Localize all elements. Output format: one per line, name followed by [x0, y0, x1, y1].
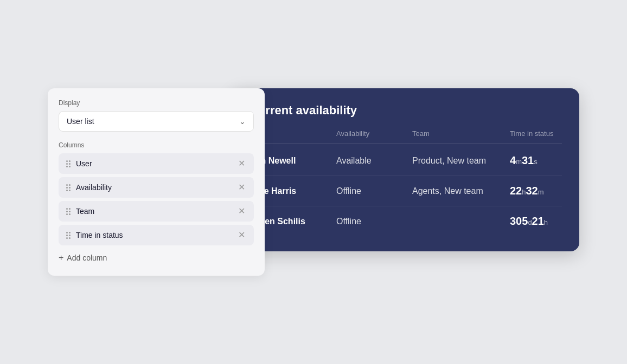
time-unit: h	[544, 218, 548, 226]
time-unit: m	[516, 158, 522, 166]
cell-team: Agents, New team	[412, 186, 510, 196]
drag-handle-icon[interactable]	[66, 184, 71, 191]
header-team: Team	[412, 129, 510, 138]
dropdown-value: User list	[67, 117, 94, 126]
header-availability: Availability	[336, 129, 412, 138]
add-column-button[interactable]: + Add column	[59, 251, 107, 265]
availability-panel: Current availability User Availability T…	[232, 88, 579, 251]
table-row: Mike Harris Offline Agents, New team 22h…	[249, 176, 562, 206]
remove-column-button[interactable]: ✕	[237, 183, 246, 192]
time-value: 32	[526, 185, 538, 197]
cell-time: 22h32m	[510, 185, 580, 197]
remove-column-button[interactable]: ✕	[237, 159, 246, 168]
time-value: 31	[522, 154, 534, 166]
chevron-down-icon: ⌄	[239, 117, 246, 126]
time-value: 21	[532, 215, 544, 227]
display-dropdown[interactable]: User list ⌄	[59, 111, 254, 132]
cell-time: 305d21h	[510, 215, 580, 227]
drag-handle-icon[interactable]	[66, 208, 71, 215]
time-value: 305	[510, 215, 528, 227]
display-label: Display	[59, 99, 254, 107]
column-item-team: Team ✕	[59, 201, 254, 222]
cell-availability: Available	[336, 156, 412, 166]
remove-column-button[interactable]: ✕	[237, 207, 246, 216]
table-row: Ben Newell Available Product, New team 4…	[249, 146, 562, 176]
cell-team: Product, New team	[412, 156, 510, 166]
cell-availability: Offline	[336, 217, 412, 226]
column-name: Team	[76, 207, 94, 216]
column-name: User	[76, 159, 92, 168]
remove-column-button[interactable]: ✕	[237, 231, 246, 239]
column-item-availability: Availability ✕	[59, 177, 254, 198]
time-value: 4	[510, 154, 516, 166]
column-name: Time in status	[76, 231, 123, 239]
panel-title: Current availability	[249, 103, 562, 118]
settings-panel: Display User list ⌄ Columns User ✕	[48, 88, 265, 276]
columns-list: User ✕ Availability ✕ Team	[59, 153, 254, 245]
table-header: User Availability Team Time in status	[249, 129, 562, 144]
columns-label: Columns	[59, 141, 254, 149]
cell-time: 4m31s	[510, 154, 580, 167]
header-time-in-status: Time in status	[510, 129, 580, 138]
time-unit: m	[538, 188, 544, 196]
cell-availability: Offline	[336, 186, 412, 196]
table-row: Vivien Schilis Offline 305d21h	[249, 206, 562, 236]
drag-handle-icon[interactable]	[66, 160, 71, 167]
add-column-label: Add column	[67, 253, 107, 262]
plus-icon: +	[59, 253, 63, 263]
column-item-time-in-status: Time in status ✕	[59, 225, 254, 245]
time-value: 22	[510, 185, 522, 197]
time-unit: s	[534, 158, 538, 166]
column-item-user: User ✕	[59, 153, 254, 174]
column-name: Availability	[76, 183, 112, 192]
main-container: Display User list ⌄ Columns User ✕	[48, 88, 579, 276]
drag-handle-icon[interactable]	[66, 232, 71, 239]
time-unit: d	[528, 218, 532, 226]
